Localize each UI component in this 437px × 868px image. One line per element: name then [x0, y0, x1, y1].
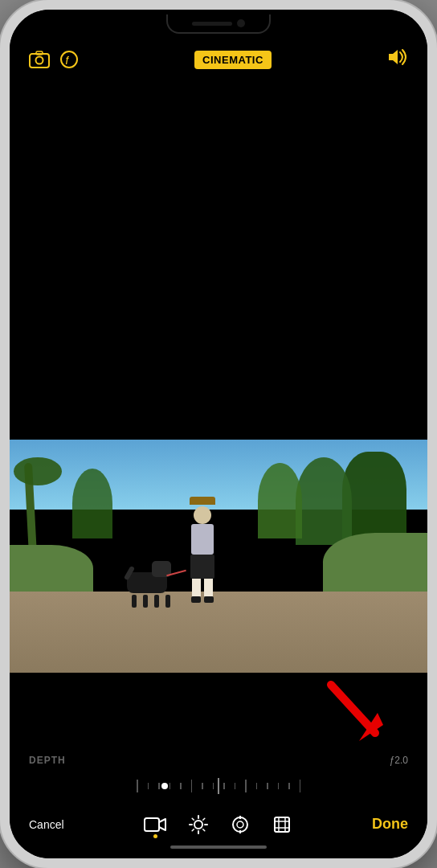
legs — [192, 579, 213, 596]
svg-line-14 — [192, 818, 194, 820]
center-tick — [218, 778, 219, 794]
shorts — [190, 555, 214, 579]
person — [190, 497, 215, 603]
shoe-left — [191, 596, 201, 603]
tick — [288, 783, 290, 789]
depth-header: DEPTH ƒ2.0 — [29, 755, 408, 766]
dog-leg-1 — [132, 595, 137, 608]
tick — [148, 783, 149, 789]
hat-brim — [190, 497, 215, 505]
aperture-icon[interactable]: ƒ — [59, 50, 79, 69]
cancel-button[interactable]: Cancel — [22, 815, 71, 834]
bottom-icons — [144, 815, 292, 834]
road — [10, 592, 427, 674]
tree-right-2 — [296, 457, 352, 545]
palm-top — [14, 457, 62, 485]
crop-icon[interactable] — [272, 815, 292, 834]
depth-value: ƒ2.0 — [390, 755, 408, 766]
notch — [166, 14, 271, 34]
black-space-below-photo — [10, 673, 427, 745]
head — [194, 506, 211, 524]
shoes — [191, 596, 214, 603]
grass-right — [323, 533, 427, 592]
phone-screen: ƒ CINEMATIC — [10, 10, 427, 858]
svg-point-1 — [36, 57, 43, 64]
tick — [235, 783, 236, 789]
focus-icon[interactable] — [231, 815, 250, 834]
dog — [127, 572, 170, 608]
svg-text:ƒ: ƒ — [65, 55, 70, 64]
svg-rect-22 — [275, 817, 289, 832]
photo-frame — [10, 440, 427, 673]
dog-body — [127, 572, 167, 593]
video-camera-icon[interactable] — [144, 816, 166, 833]
leg-left — [192, 579, 201, 596]
done-arrow — [315, 681, 387, 745]
shoe-right — [204, 596, 214, 603]
svg-point-18 — [233, 817, 247, 832]
bottom-toolbar: Cancel — [10, 805, 427, 841]
cinematic-badge: CINEMATIC — [194, 51, 272, 69]
tick — [180, 783, 182, 789]
tick — [202, 783, 203, 789]
video-camera-dot — [153, 834, 157, 838]
top-toolbar: ƒ CINEMATIC — [10, 42, 427, 77]
depth-slider[interactable] — [29, 774, 408, 798]
depth-section: DEPTH ƒ2.0 — [10, 745, 427, 805]
leg-right — [204, 579, 213, 596]
dog-leg-2 — [143, 595, 148, 608]
phone-frame: ƒ CINEMATIC — [0, 0, 437, 868]
done-button[interactable]: Done — [366, 813, 415, 836]
svg-line-17 — [192, 829, 194, 830]
depth-label: DEPTH — [29, 755, 66, 766]
svg-line-16 — [203, 818, 205, 820]
svg-line-15 — [203, 829, 205, 830]
svg-line-6 — [331, 685, 375, 733]
black-space-top — [10, 77, 427, 440]
exposure-icon[interactable] — [189, 815, 208, 834]
svg-point-19 — [237, 821, 243, 828]
svg-rect-8 — [145, 818, 159, 831]
tick — [245, 780, 247, 792]
tree-left — [72, 469, 112, 538]
home-bar — [170, 845, 267, 849]
dog-legs — [132, 595, 170, 608]
speaker — [192, 22, 232, 26]
tick — [300, 780, 301, 792]
tree-center — [258, 463, 302, 538]
volume-icon[interactable] — [387, 48, 408, 71]
slider-dot — [161, 783, 168, 789]
home-indicator — [10, 841, 427, 858]
dog-leg-3 — [154, 595, 159, 608]
grass-left — [10, 545, 93, 592]
svg-marker-5 — [389, 50, 398, 64]
tick — [169, 783, 171, 789]
camera-icon[interactable] — [29, 51, 50, 68]
toolbar-left: ƒ — [29, 50, 79, 69]
tick — [158, 783, 160, 789]
tick — [223, 783, 225, 789]
tick — [137, 780, 138, 792]
tick — [191, 780, 193, 792]
notch-area — [10, 10, 427, 42]
svg-point-9 — [194, 821, 202, 829]
tick — [278, 783, 280, 789]
tick — [256, 783, 258, 789]
torso — [191, 524, 214, 555]
dog-leg-4 — [165, 595, 170, 608]
tick — [267, 783, 268, 789]
photo-container — [10, 440, 427, 673]
tick — [213, 783, 214, 789]
front-camera — [237, 19, 245, 27]
